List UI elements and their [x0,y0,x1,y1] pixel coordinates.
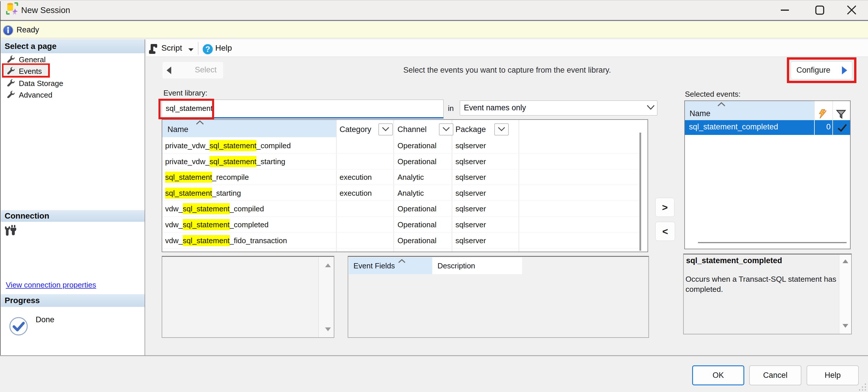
svg-text:?: ? [206,45,210,54]
